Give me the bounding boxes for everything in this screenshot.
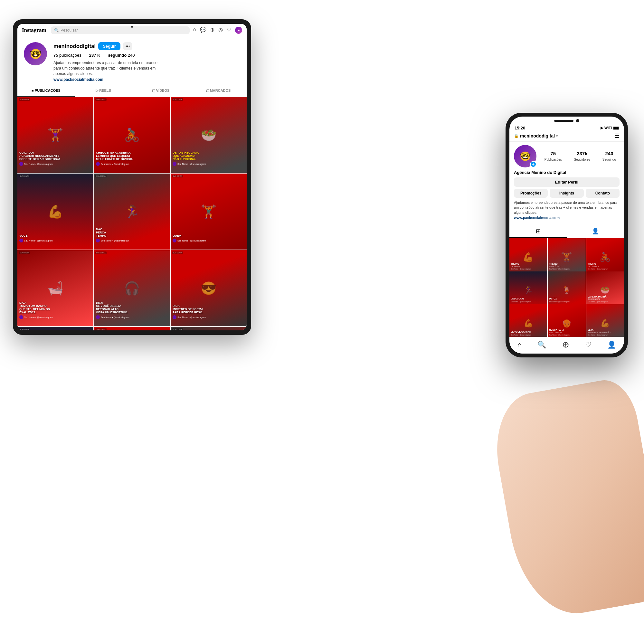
treino-badge: TREINO DE GLÚTEO Seu Nome • @seuinstagra… [549, 263, 584, 270]
contato-button[interactable]: Contato [586, 189, 620, 198]
phone-posts-count: 75 [545, 151, 562, 156]
search-icon: 🔍 [54, 28, 59, 33]
tab-marcados[interactable]: 🏷 MARCADOS [189, 85, 247, 97]
phone-post-2[interactable]: 🏋️ TREINO DE GLÚTEO Seu Nome • @seuinsta… [548, 238, 585, 276]
phone-account-name: 🔒 meninododigital ▾ [514, 133, 558, 138]
treino-subtitle: DE PEITO [511, 265, 546, 267]
profile-nav-icon[interactable]: ● [235, 27, 242, 34]
phone-screen: 15:20 ▶ WiFi ▮▮▮ 🔒 meninododigital ▾ ☰ [509, 117, 624, 354]
phone-grid-tabs: ⊞ 👤 [509, 225, 624, 238]
tablet-post-4[interactable]: 💪 SUA CONTA VOCÊ Seu Nome • @seuinstagra… [17, 174, 93, 250]
post-overlay: DICATOMAR UM BANHOQUENTE, RELAXA OSEXAUS… [19, 301, 91, 319]
tablet-bio: Ajudamos empreendedores a passar de uma … [53, 60, 240, 76]
explore-icon[interactable]: ◎ [218, 27, 223, 34]
post-tag: SUA CONTA [95, 328, 107, 330]
tablet-profile-link[interactable]: www.packsocialmedia.com [53, 77, 240, 82]
treino-badge: NUNCA PARA DE COMEÇAR Seu Nome • @seuins… [549, 329, 584, 336]
tablet-post-10[interactable]: 🏋️‍♀️ SUA CONTA A ZONA DE CONFORTOVAI FA… [17, 327, 93, 330]
phone-search-icon[interactable]: 🔍 [537, 341, 546, 349]
heart-nav-icon[interactable]: ♡ [227, 27, 231, 34]
treino-title: DESCULPAS [511, 298, 546, 300]
promocoes-button[interactable]: Promoções [514, 189, 548, 198]
treino-title: TREINO [549, 263, 584, 265]
phone-post-7[interactable]: 💪 SE VOCÊ CANSAR Seu Nome • @seuinstagra… [509, 304, 547, 337]
tablet-device: Instagram 🔍 Pesquisar ⌂ 💬 ⊕ ◎ ♡ ● 🤓 [13, 19, 251, 335]
tab-publicacoes[interactable]: ■ PUBLICAÇÕES [17, 85, 75, 97]
message-icon[interactable]: 💬 [200, 27, 206, 34]
battery-icon: ▮▮▮ [613, 126, 619, 130]
treino-title: SEJA [588, 329, 623, 331]
tablet-post-6[interactable]: 🏋️‍♂️ SUA CONTA QUEM Seu Nome • @seuinst… [171, 174, 247, 250]
tab-tagged-view[interactable]: 👤 [567, 225, 624, 238]
treino-subtitle: É ESSENCIAL [588, 298, 623, 300]
tablet-search-bar[interactable]: 🔍 Pesquisar [51, 26, 190, 34]
treino-user: Seu Nome • @seuinstagram [549, 268, 584, 270]
phone-profile-icon[interactable]: 👤 [607, 341, 616, 349]
tab-grid-view[interactable]: ⊞ [509, 225, 567, 238]
phone-post-4[interactable]: 🏃‍♀️ DESCULPAS Seu Nome • @seuinstagram [509, 271, 547, 309]
post-overlay: CUIDADO!AGACHAR REGULARMENTEPODE TE DEIX… [19, 151, 91, 166]
avatar-add-story-button[interactable]: + [530, 161, 536, 167]
phone-username: meninododigital [520, 133, 555, 138]
hamburger-menu-icon[interactable]: ☰ [614, 132, 620, 139]
phone-profile-link[interactable]: www.packsocialmedia.com [514, 216, 620, 220]
treino-subtitle: DE COSTAS [588, 265, 623, 267]
tablet-posts-stat: 75 publicações [53, 53, 81, 58]
follow-button[interactable]: Seguir [98, 42, 120, 50]
phone-post-8[interactable]: 👴 NUNCA PARA DE COMEÇAR Seu Nome • @seui… [548, 304, 585, 337]
phone-post-5[interactable]: 🍹 DETOX Seu Nome • @seuinstagram [548, 271, 585, 309]
tablet-post-7[interactable]: 🛁 SUA CONTA DICATOMAR UM BANHOQUENTE, RE… [17, 250, 93, 326]
post-headline: DICATOMAR UM BANHOQUENTE, RELAXA OSEXAUS… [19, 301, 91, 314]
tablet-post-5[interactable]: 🏃‍♀️ SUA CONTA NÃOPERCATEMPO Seu Nome • … [94, 174, 170, 250]
tablet-post-12[interactable]: 💃 SUA CONTA MELHOR SUARDO QUE CHORAR @se… [171, 327, 247, 330]
tablet-post-11[interactable]: 🚴‍♀️ SUA CONTA BORA MALHARQUE AMAR ESTA … [94, 327, 170, 330]
treino-title: TREINO [511, 263, 546, 265]
phone-posts-label: Publicações [545, 158, 562, 161]
phone-action-buttons: Promoções Insights Contato [514, 189, 620, 198]
treino-badge: SE VOCÊ CANSAR Seu Nome • @seuinstagram [511, 331, 546, 336]
tablet-profile-info: meninododigital Seguir ••• 75 publicaçõe… [53, 42, 240, 82]
more-options-button[interactable]: ••• [123, 42, 133, 50]
phone-add-icon[interactable]: ⊕ [562, 340, 569, 350]
lock-icon: 🔒 [514, 134, 519, 138]
phone-bottom-nav: ⌂ 🔍 ⊕ ♡ 👤 [509, 337, 624, 354]
treino-user: Seu Nome • @seuinstagram [511, 301, 546, 303]
instagram-logo: Instagram [22, 27, 48, 33]
phone-post-9[interactable]: 💪 SEJA SEU MAIOR MOTIVAÇÃO Seu Nome • @s… [586, 304, 624, 337]
tablet-post-9[interactable]: 😎 SUA CONTA DICAMOSTRES DE FORMAPARA PER… [171, 250, 247, 326]
phone-home-icon[interactable]: ⌂ [517, 341, 522, 349]
insights-button[interactable]: Insights [550, 189, 583, 198]
treino-user: Seu Nome • @seuinstagram [588, 268, 623, 270]
tablet-post-8[interactable]: 🎧 SUA CONTA DICASE VOCÊ DESEJADETONAR AL… [94, 250, 170, 326]
phone-camera-area [509, 117, 624, 124]
tablet-post-2[interactable]: 🚴‍♂️ SUA CONTA CHEGUEI NA ACADEMIA.LEMBR… [94, 97, 170, 173]
phone-post-3[interactable]: 🚴 TREINO DE COSTAS Seu Nome • @seuinstag… [586, 238, 624, 276]
tablet-post-3[interactable]: 🥗 SUA CONTA DEPOIS RECLAMAQUE ACADEMIANÃ… [171, 97, 247, 173]
post-tag: SUA CONTA [95, 98, 107, 101]
phone-heart-icon[interactable]: ♡ [585, 341, 592, 349]
post-tag: SUA CONTA [95, 175, 107, 177]
phone-post-6[interactable]: 🥗 CAFÉ DA MANHÃ É ESSENCIAL Seu Nome • @… [586, 271, 624, 309]
tab-videos[interactable]: ▢ VÍDEOS [132, 85, 189, 97]
tablet-followers-stat: 237 K [89, 53, 100, 58]
tablet-screen: Instagram 🔍 Pesquisar ⌂ 💬 ⊕ ◎ ♡ ● 🤓 [17, 24, 247, 330]
tablet-stats: 75 publicações 237 K seguindo 240 [53, 53, 240, 58]
add-icon[interactable]: ⊕ [210, 27, 214, 34]
home-icon[interactable]: ⌂ [193, 27, 196, 34]
phone-speaker [554, 120, 573, 122]
phone-bio: Ajudamos empreendedores a passar de uma … [514, 200, 620, 215]
tablet-nav-icons: ⌂ 💬 ⊕ ◎ ♡ ● [193, 27, 242, 34]
phone-display-name: Agência Menino do Digital [514, 170, 620, 175]
tablet-post-1[interactable]: 🏋️‍♀️ SUA CONTA CUIDADO!AGACHAR REGULARM… [17, 97, 93, 173]
treino-user: Seu Nome • @seuinstagram [588, 301, 623, 303]
treino-badge: TREINO DE PEITO Seu Nome • @seuinstagram [511, 263, 546, 270]
edit-profile-button[interactable]: Editar Perfil [514, 177, 620, 187]
treino-title: NUNCA PARA [549, 329, 584, 331]
phone-followers-label: Seguidores [574, 158, 591, 161]
tab-reels[interactable]: ▷ REELS [75, 85, 132, 97]
treino-subtitle: DE COMEÇAR [549, 331, 584, 333]
phone-post-1[interactable]: 💪 TREINO DE PEITO Seu Nome • @seuinstagr… [509, 238, 547, 276]
phone-posts-grid: 💪 TREINO DE PEITO Seu Nome • @seuinstagr… [509, 238, 624, 337]
post-tag: SUA CONTA [172, 98, 183, 101]
phone-profile-top: 🤓 + 75 Publicações 237k Seguidores [514, 145, 620, 167]
